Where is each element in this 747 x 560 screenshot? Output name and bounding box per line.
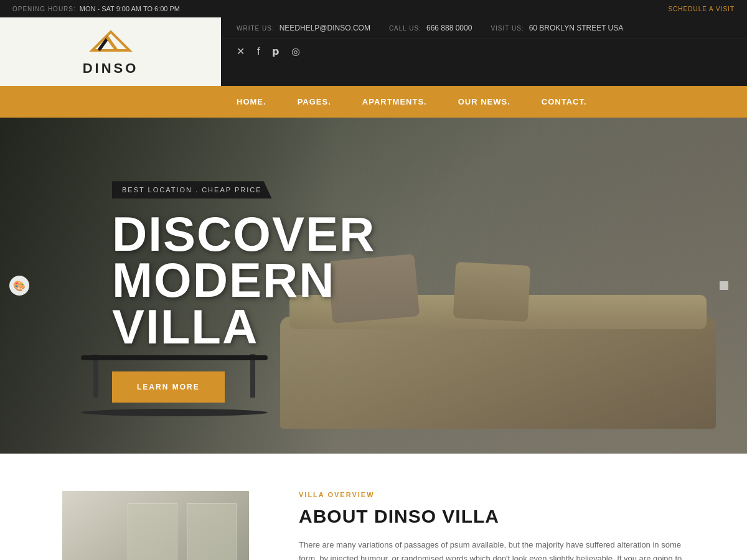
about-label: VILLA OVERVIEW [299, 491, 685, 498]
about-image [62, 491, 249, 560]
social-nav: ✕ f 𝗽 ◎ [221, 39, 747, 63]
side-square-icon [720, 281, 728, 290]
hero-tag: BEST LOCATION . CHEAP PRICE [112, 181, 272, 198]
hero-title: DISCOVER MODERN VILLA [112, 211, 747, 349]
hero-content: BEST LOCATION . CHEAP PRICE DISCOVER MOD… [0, 118, 747, 454]
about-title: ABOUT DINSO VILLA [299, 506, 685, 527]
about-text: VILLA OVERVIEW ABOUT DINSO VILLA There a… [299, 491, 685, 560]
top-bar: OPENING HOURS: MON - SAT 9:00 AM TO 6:00… [0, 0, 747, 17]
nav-home[interactable]: HOME. [221, 86, 282, 118]
about-body: There are many variations of passages of… [299, 538, 685, 560]
about-section: VILLA OVERVIEW ABOUT DINSO VILLA There a… [0, 454, 747, 560]
logo-icon [86, 27, 136, 58]
logo-area: DINSO [0, 17, 221, 86]
nav-bar: HOME. PAGES. APARTMENTS. OUR NEWS. CONTA… [0, 86, 747, 118]
visit-label: VISIT US: [491, 25, 524, 32]
write-value: NEEDHELP@DINSO.COM [280, 24, 370, 32]
contact-bar: WRITE US: NEEDHELP@DINSO.COM CALL US: 66… [221, 17, 747, 39]
write-label: WRITE US: [237, 25, 275, 32]
write-us: WRITE US: NEEDHELP@DINSO.COM [237, 24, 370, 32]
twitter-icon[interactable]: ✕ [237, 45, 245, 57]
opening-hours: OPENING HOURS: MON - SAT 9:00 AM TO 6:00… [12, 5, 180, 12]
visit-value: 60 BROKLYN STREET USA [529, 24, 624, 32]
facebook-icon[interactable]: f [257, 46, 260, 57]
svg-line-2 [108, 38, 116, 49]
hero-section: BEST LOCATION . CHEAP PRICE DISCOVER MOD… [0, 118, 747, 454]
learn-more-button[interactable]: LEARN MORE [112, 371, 225, 403]
opening-hours-value: MON - SAT 9:00 AM TO 6:00 PM [80, 5, 180, 12]
call-value: 666 888 0000 [426, 24, 472, 32]
nav-contact[interactable]: CONTACT. [526, 86, 603, 118]
instagram-icon[interactable]: ◎ [291, 45, 300, 57]
nav-our-news[interactable]: OUR NEWS. [443, 86, 526, 118]
call-us: CALL US: 666 888 0000 [389, 24, 472, 32]
opening-hours-label: OPENING HOURS: [12, 6, 76, 12]
nav-apartments[interactable]: APARTMENTS. [347, 86, 443, 118]
nav-pages[interactable]: PAGES. [282, 86, 347, 118]
pinterest-icon[interactable]: 𝗽 [272, 45, 279, 57]
header-right: WRITE US: NEEDHELP@DINSO.COM CALL US: 66… [221, 17, 747, 86]
header: DINSO WRITE US: NEEDHELP@DINSO.COM CALL … [0, 17, 747, 86]
logo-text: DINSO [83, 60, 139, 77]
call-label: CALL US: [389, 25, 421, 32]
visit-us: VISIT US: 60 BROKLYN STREET USA [491, 24, 623, 32]
schedule-visit-btn[interactable]: SCHEDULE A VISIT [668, 6, 735, 12]
palette-icon[interactable]: 🎨 [9, 276, 29, 296]
